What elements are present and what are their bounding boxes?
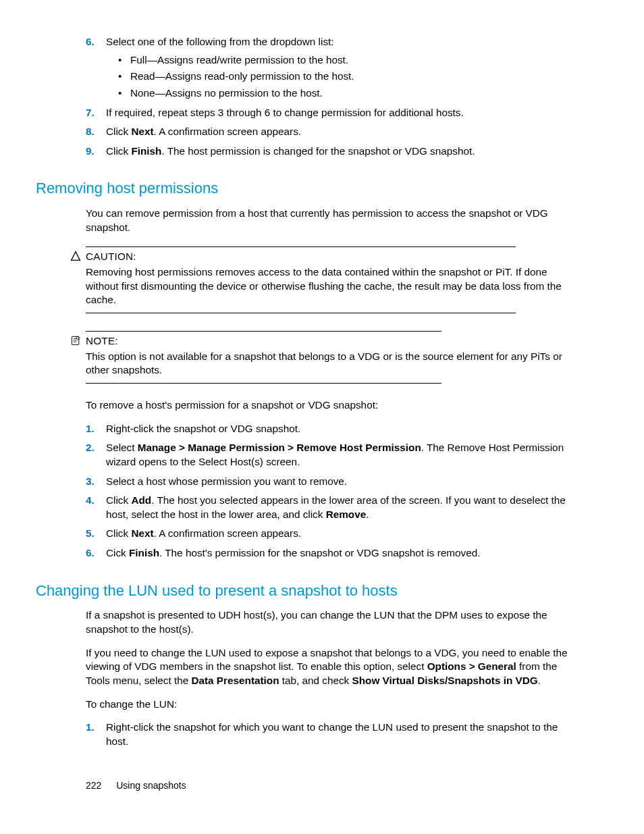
step-item: 3. Select a host whose permission you wa… xyxy=(86,475,576,489)
step-item: 1. Right-click the snapshot or VDG snaps… xyxy=(86,422,576,436)
step-text: Click Next. A confirmation screen appear… xyxy=(106,126,301,137)
step-text: Right-click the snapshot for which you w… xyxy=(106,721,558,747)
rule xyxy=(86,313,516,313)
caution-label: CAUTION: xyxy=(86,250,576,264)
step-text: Cick Finish. The host's permission for t… xyxy=(106,547,480,558)
caution-box: CAUTION: Removing host permissions remov… xyxy=(86,246,576,313)
body-paragraph: If a snapshot is presented to UDH host(s… xyxy=(86,608,576,636)
step-text: Select Manage > Manage Permission > Remo… xyxy=(106,442,564,467)
note-body: This option is not available for a snaps… xyxy=(86,350,563,377)
step-number: 2. xyxy=(86,441,95,455)
step-text: Click Next. A confirmation screen appear… xyxy=(106,527,301,539)
step-item: 1. Right-click the snapshot for which yo… xyxy=(86,721,576,748)
step-list-lun: 1. Right-click the snapshot for which yo… xyxy=(86,721,576,748)
bullet-item: None—Assigns no permission to the host. xyxy=(118,86,576,101)
step-text: Select one of the following from the dro… xyxy=(106,36,334,47)
step-number: 1. xyxy=(86,422,95,436)
step-number: 1. xyxy=(86,721,95,735)
step-list-top: 6. Select one of the following from the … xyxy=(86,35,576,158)
note-box: NOTE: This option is not available for a… xyxy=(86,331,576,384)
rule xyxy=(86,331,441,332)
section-heading-lun: Changing the LUN used to present a snaps… xyxy=(36,581,576,601)
caution-icon xyxy=(70,251,82,263)
step-item: 6. Select one of the following from the … xyxy=(86,35,576,101)
step-number: 3. xyxy=(86,475,95,489)
step-number: 7. xyxy=(86,106,95,120)
step-text: Right-click the snapshot or VDG snapshot… xyxy=(106,423,300,434)
note-label: NOTE: xyxy=(86,334,576,348)
step-number: 8. xyxy=(86,125,95,139)
body-paragraph: If you need to change the LUN used to ex… xyxy=(86,646,576,688)
rule xyxy=(86,246,516,247)
step-text: Click Add. The host you selected appears… xyxy=(106,494,566,520)
note-icon xyxy=(70,335,82,347)
step-text: Click Finish. The host permission is cha… xyxy=(106,145,475,157)
document-page: 6. Select one of the following from the … xyxy=(0,0,644,834)
step-text: Select a host whose permission you want … xyxy=(106,475,347,487)
bullet-item: Read—Assigns read-only permission to the… xyxy=(118,70,576,84)
page-footer: 222 Using snapshots xyxy=(86,779,186,792)
step-item: 5. Click Next. A confirmation screen app… xyxy=(86,527,576,541)
step-number: 9. xyxy=(86,145,95,159)
step-item: 7. If required, repeat steps 3 through 6… xyxy=(86,106,576,120)
step-item: 4. Click Add. The host you selected appe… xyxy=(86,494,576,521)
rule xyxy=(86,383,441,384)
step-text: If required, repeat steps 3 through 6 to… xyxy=(106,107,464,118)
main-content: 6. Select one of the following from the … xyxy=(86,35,576,749)
lead-paragraph: To remove a host's permission for a snap… xyxy=(86,398,576,413)
step-item: 2. Select Manage > Manage Permission > R… xyxy=(86,441,576,469)
step-number: 6. xyxy=(86,35,95,49)
chapter-title: Using snapshots xyxy=(116,780,186,791)
bullet-list: Full—Assigns read/write permission to th… xyxy=(118,53,576,101)
section-heading-removing: Removing host permissions xyxy=(36,178,576,199)
step-list-remove: 1. Right-click the snapshot or VDG snaps… xyxy=(86,422,576,561)
bullet-item: Full—Assigns read/write permission to th… xyxy=(118,53,576,68)
step-number: 6. xyxy=(86,546,95,561)
step-item: 9. Click Finish. The host permission is … xyxy=(86,145,576,159)
step-item: 6. Cick Finish. The host's permission fo… xyxy=(86,546,576,561)
step-number: 5. xyxy=(86,527,95,541)
page-number: 222 xyxy=(86,780,101,791)
caution-body: Removing host permissions removes access… xyxy=(86,265,563,307)
step-number: 4. xyxy=(86,494,95,508)
intro-paragraph: You can remove permission from a host th… xyxy=(86,207,576,234)
step-item: 8. Click Next. A confirmation screen app… xyxy=(86,125,576,139)
lead-paragraph: To change the LUN: xyxy=(86,698,576,712)
